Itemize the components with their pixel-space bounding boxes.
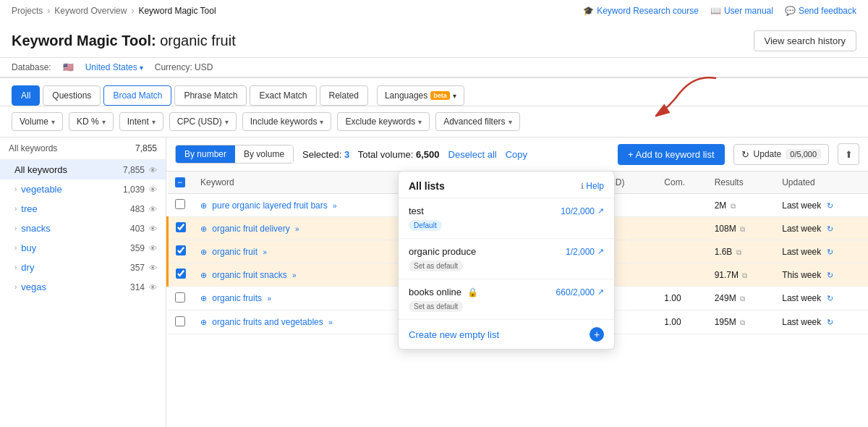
refresh-icon[interactable]: ↻ [827, 224, 833, 233]
update-button[interactable]: ↻ Update 0/5,000 [733, 144, 829, 165]
chevron-down-icon: ▾ [453, 92, 456, 100]
refresh-icon[interactable]: ↻ [827, 201, 833, 210]
chevron-down-icon: ▾ [418, 118, 422, 126]
flag-icon: 🇺🇸 [63, 62, 74, 72]
exclude-keywords-filter[interactable]: Exclude keywords ▾ [337, 112, 430, 131]
list-item-test[interactable]: test 10/2,000 ↗ Default [399, 198, 614, 239]
keyword-link[interactable]: organic fruits [212, 293, 262, 303]
tab-exact-match[interactable]: Exact Match [250, 85, 316, 106]
list-item-organic-produce[interactable]: organic produce 1/2,000 ↗ Set as default [399, 239, 614, 279]
sidebar-header: All keywords 7,855 [0, 138, 166, 160]
breadcrumb-keyword-overview[interactable]: Keyword Overview [54, 6, 127, 16]
com-cell [657, 240, 707, 263]
external-link-icon[interactable]: ↗ [597, 287, 604, 297]
plus-icon: + [590, 327, 604, 342]
sidebar-item-tree[interactable]: › tree 483 👁 [0, 199, 166, 219]
by-volume-button[interactable]: By volume [235, 145, 293, 163]
row-checkbox[interactable] [176, 269, 186, 279]
refresh-icon[interactable]: ↻ [827, 248, 833, 256]
by-number-button[interactable]: By number [176, 145, 235, 163]
sidebar-item-vegetable[interactable]: › vegetable 1,039 👁 [0, 179, 166, 199]
external-link-icon[interactable]: ↗ [597, 206, 604, 216]
keyword-link[interactable]: organic fruit delivery [212, 224, 289, 234]
tab-related[interactable]: Related [320, 85, 368, 106]
keyword-link[interactable]: organic fruit snacks [212, 270, 286, 280]
updated-cell: Last week ↻ [775, 194, 868, 217]
action-bar: By number By volume Selected: 3 Total vo… [166, 138, 868, 172]
sidebar-item-snacks[interactable]: › snacks 403 👁 [0, 219, 166, 238]
row-checkbox[interactable] [176, 222, 186, 232]
row-checkbox[interactable] [176, 245, 186, 255]
expand-icon[interactable]: » [263, 248, 267, 256]
results-cell: 1.6B ⧉ [707, 240, 775, 263]
send-feedback-link[interactable]: 💬 Send feedback [785, 6, 856, 16]
expand-icon[interactable]: » [333, 202, 337, 210]
keyword-link[interactable]: pure organic layered fruit bars [212, 200, 327, 211]
include-keywords-filter[interactable]: Include keywords ▾ [242, 112, 332, 131]
help-link[interactable]: ℹ Help [581, 181, 604, 191]
sidebar-item-dry[interactable]: › dry 357 👁 [0, 258, 166, 277]
tab-all[interactable]: All [12, 85, 40, 106]
updated-cell: Last week ↻ [775, 287, 868, 310]
refresh-icon[interactable]: ↻ [827, 294, 833, 303]
chevron-down-icon: ▾ [152, 118, 156, 126]
cpc-filter[interactable]: CPC (USD) ▾ [169, 112, 237, 131]
copy-icon: ⧉ [740, 295, 745, 303]
copy-icon: ⧉ [740, 318, 745, 326]
copy-button[interactable]: Copy [506, 149, 527, 160]
deselect-all-button[interactable]: Deselect all [448, 149, 497, 160]
refresh-icon[interactable]: ↻ [827, 318, 833, 326]
view-toggle: By number By volume [175, 145, 294, 164]
updated-cell: Last week ↻ [775, 240, 868, 263]
eye-icon: 👁 [149, 224, 157, 233]
languages-button[interactable]: Languages beta ▾ [377, 85, 464, 106]
sidebar-item-all[interactable]: All keywords 7,855 👁 [0, 160, 166, 179]
eye-icon: 👁 [149, 283, 157, 292]
content-area: By number By volume Selected: 3 Total vo… [166, 138, 868, 427]
chevron-down-icon: ▾ [102, 118, 106, 126]
sidebar-item-buy[interactable]: › buy 359 👁 [0, 238, 166, 258]
expand-icon[interactable]: » [292, 271, 297, 279]
export-icon: ⬆ [845, 149, 853, 160]
expand-icon[interactable]: » [295, 225, 299, 233]
keyword-link[interactable]: organic fruits and vegetables [212, 317, 323, 327]
tab-questions[interactable]: Questions [43, 85, 101, 106]
sidebar-item-vegas[interactable]: › vegas 314 👁 [0, 277, 166, 297]
expand-icon[interactable]: » [267, 295, 271, 303]
message-icon: 💬 [785, 6, 796, 16]
select-all-header[interactable]: − [168, 172, 194, 194]
chevron-down-icon: ▾ [320, 118, 323, 126]
advanced-filters[interactable]: Advanced filters ▾ [435, 112, 519, 131]
breadcrumb-projects[interactable]: Projects [12, 6, 43, 16]
tab-phrase-match[interactable]: Phrase Match [174, 85, 247, 106]
refresh-icon: ↻ [741, 149, 749, 160]
volume-filter[interactable]: Volume ▾ [12, 112, 63, 131]
keyword-research-course-link[interactable]: 🎓 Keyword Research course [583, 6, 699, 16]
sidebar: All keywords 7,855 All keywords 7,855 👁 … [0, 138, 166, 427]
view-history-button[interactable]: View search history [754, 30, 856, 51]
country-selector[interactable]: United States ▾ [85, 62, 143, 72]
select-all-checkbox[interactable]: − [175, 177, 185, 187]
eye-icon: 👁 [149, 244, 157, 253]
add-icon: ⊕ [200, 201, 207, 210]
refresh-icon[interactable]: ↻ [827, 271, 833, 279]
row-checkbox[interactable] [175, 199, 185, 209]
tab-broad-match[interactable]: Broad Match [103, 85, 171, 106]
com-cell [657, 194, 707, 217]
export-button[interactable]: ⬆ [838, 143, 859, 165]
add-to-keyword-list-button[interactable]: + Add to keyword list [618, 144, 725, 165]
external-link-icon[interactable]: ↗ [597, 247, 604, 256]
create-new-list-button[interactable]: Create new empty list + [399, 320, 614, 349]
chevron-down-icon: ▾ [509, 118, 512, 126]
com-cell [657, 263, 707, 287]
keyword-link[interactable]: organic fruit [212, 247, 258, 257]
kd-filter[interactable]: KD % ▾ [69, 112, 114, 131]
main-area: All keywords 7,855 All keywords 7,855 👁 … [0, 138, 868, 427]
list-item-books-online[interactable]: books online 🔒 660/2,000 ↗ Set as defaul… [399, 279, 614, 320]
expand-icon[interactable]: » [328, 318, 333, 326]
user-manual-link[interactable]: 📖 User manual [710, 6, 773, 16]
row-checkbox[interactable] [175, 292, 185, 303]
copy-icon: ⧉ [742, 271, 747, 279]
row-checkbox[interactable] [175, 316, 185, 326]
intent-filter[interactable]: Intent ▾ [119, 112, 163, 131]
